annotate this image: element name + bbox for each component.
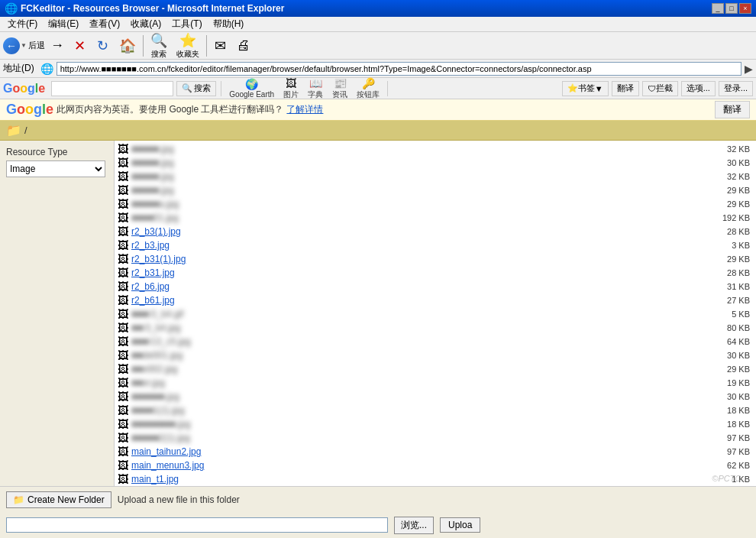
list-item[interactable]: 🖼■■■■01.jpg192 KB — [115, 211, 756, 225]
list-item[interactable]: 🖼r2_b3.jpg3 KB — [115, 238, 756, 252]
block-button[interactable]: 🛡 拦截 — [642, 81, 678, 96]
file-name[interactable]: r2_b6.jpg — [131, 281, 701, 292]
google-key-button[interactable]: 🔑 按钮库 — [354, 77, 383, 100]
google-search-input[interactable] — [51, 81, 173, 96]
file-size: 19 KB — [704, 378, 750, 387]
list-item[interactable]: 🖼r2_b31.jpg28 KB — [115, 266, 756, 280]
list-item[interactable]: 🖼■■■■■.jpg32 KB — [115, 142, 756, 156]
list-item[interactable]: 🖼■■e002.jpg29 KB — [115, 362, 756, 376]
file-name[interactable]: main_menun3.jpg — [131, 460, 701, 471]
search-icon: 🔍 — [150, 32, 167, 49]
options-button[interactable]: 选项... — [681, 81, 716, 96]
main-content: 📁 / Resource Type Image 🖼■■■■■.jpg32 KB🖼… — [0, 121, 756, 538]
list-item[interactable]: 🖼■■■■■.jpg32 KB — [115, 170, 756, 183]
list-item[interactable]: 🖼■■■■1(1).jpg18 KB — [115, 404, 756, 417]
menu-file[interactable]: 文件(F) — [3, 17, 42, 31]
file-name[interactable]: r2_b31.jpg — [131, 267, 701, 278]
file-name[interactable]: ■■r3_b4.jpg — [131, 322, 701, 333]
create-folder-button[interactable]: 📁 Create New Folder — [6, 491, 111, 508]
list-item[interactable]: 🖼■■■■■a.jpg29 KB — [115, 197, 756, 211]
mail-button[interactable]: ✉ — [210, 35, 231, 57]
file-name[interactable]: ■■■■■.jpg — [131, 144, 701, 154]
folder-new-icon: 📁 — [13, 494, 24, 505]
list-item[interactable]: 🖼main_t1.jpg1 KB — [115, 472, 756, 486]
menu-view[interactable]: 查看(V) — [85, 17, 124, 31]
list-item[interactable]: 🖼■■■■■.jpg29 KB — [115, 183, 756, 197]
forward-button[interactable]: → — [47, 35, 68, 56]
news-icon: 📰 — [334, 77, 347, 89]
resource-type-select[interactable]: Image — [6, 160, 105, 177]
file-name[interactable]: r2_b3.jpg — [131, 240, 701, 251]
file-name[interactable]: ■■■■■■■■.jpg — [131, 419, 701, 429]
list-item[interactable]: 🖼■■■■■■.jpg30 KB — [115, 390, 756, 404]
upload-file-input[interactable] — [6, 517, 388, 533]
file-name[interactable]: main_taihun2.jpg — [131, 446, 701, 457]
google-earth-button[interactable]: 🌍 Google Earth — [226, 78, 277, 99]
list-item[interactable]: 🖼■■■r13_c5.jpg64 KB — [115, 335, 756, 348]
google-pics-button[interactable]: 🖼 图片 — [280, 77, 302, 100]
refresh-button[interactable]: ↻ — [92, 35, 114, 57]
list-item[interactable]: 🖼■■■■■.jpg30 KB — [115, 156, 756, 170]
list-item[interactable]: 🖼■■de001.jpg30 KB — [115, 348, 756, 362]
file-name[interactable]: ■■■■■.jpg — [131, 157, 701, 168]
menu-help[interactable]: 帮助(H) — [208, 17, 249, 31]
google-news-button[interactable]: 📰 资讯 — [329, 77, 351, 100]
file-name[interactable]: ■■■r3_b4.gif — [131, 309, 701, 319]
file-size: 28 KB — [704, 268, 750, 277]
file-name[interactable]: ■■■■■.jpg — [131, 185, 701, 196]
list-item[interactable]: 🖼main_menun3.jpg62 KB — [115, 459, 756, 472]
favorites-button[interactable]: ⭐ 收藏夹 — [173, 30, 203, 62]
file-name[interactable]: ■■e002.jpg — [131, 364, 701, 374]
file-name[interactable]: ■■■■■a.jpg — [131, 199, 701, 209]
maximize-button[interactable]: □ — [725, 3, 738, 14]
menu-edit[interactable]: 编辑(E) — [44, 17, 83, 31]
translate-button[interactable]: 翻译 — [715, 101, 750, 118]
file-name[interactable]: ■■■■01.jpg — [131, 212, 701, 223]
google-dict-button[interactable]: 📖 字典 — [305, 77, 326, 100]
close-button[interactable]: × — [739, 3, 751, 14]
search-button[interactable]: 🔍 搜索 — [147, 30, 171, 62]
list-item[interactable]: 🖼main_taihun2.jpg97 KB — [115, 445, 756, 459]
upload-button[interactable]: Uploa — [440, 517, 480, 533]
file-name[interactable]: ■■■r13_c5.jpg — [131, 336, 701, 347]
list-item[interactable]: 🖼r2_b31(1).jpg29 KB — [115, 252, 756, 266]
login-button[interactable]: 登录... — [719, 81, 753, 96]
window-controls[interactable]: _ □ × — [712, 3, 751, 14]
file-name[interactable]: r2_b61.jpg — [131, 295, 701, 306]
file-name[interactable]: ■■■■■2(1).jpg — [131, 433, 701, 443]
minimize-button[interactable]: _ — [712, 3, 724, 14]
back-button[interactable]: ← — [3, 37, 20, 54]
stop-button[interactable]: ✕ — [69, 35, 91, 57]
go-button[interactable]: ▶ — [745, 63, 753, 75]
file-name[interactable]: ■■■■■.jpg — [131, 171, 701, 182]
list-item[interactable]: 🖼■■er.jpg19 KB — [115, 376, 756, 390]
home-button[interactable]: 🏠 — [115, 35, 140, 57]
list-item[interactable]: 🖼r2_b61.jpg27 KB — [115, 293, 756, 307]
file-name[interactable]: ■■de001.jpg — [131, 350, 701, 361]
back-button-group[interactable]: ← ▼ 后退 — [3, 37, 45, 54]
address-input[interactable] — [57, 62, 741, 76]
list-item[interactable]: 🖼r2_b6.jpg31 KB — [115, 280, 756, 293]
file-name[interactable]: ■■■■1(1).jpg — [131, 405, 701, 416]
browse-button[interactable]: 浏览... — [394, 517, 434, 534]
print-button[interactable]: 🖨 — [233, 35, 254, 56]
file-name[interactable]: ■■er.jpg — [131, 378, 701, 388]
translate-button[interactable]: 翻译 — [612, 81, 639, 96]
list-item[interactable]: 🖼■■■r3_b4.gif5 KB — [115, 307, 756, 321]
file-name[interactable]: ■■■■■■.jpg — [131, 391, 701, 402]
file-name[interactable]: main_t1.jpg — [131, 474, 701, 485]
bookmark-button[interactable]: ⭐ 书签▼ — [562, 81, 609, 96]
list-item[interactable]: 🖼r2_b3(1).jpg28 KB — [115, 225, 756, 238]
list-item[interactable]: 🖼■■■■■2(1).jpg97 KB — [115, 431, 756, 445]
list-item[interactable]: 🖼■■■■■■■■.jpg18 KB — [115, 417, 756, 431]
file-size: 3 KB — [704, 241, 750, 250]
list-item[interactable]: 🖼■■r3_b4.jpg80 KB — [115, 321, 756, 335]
google-logo: Google — [3, 82, 45, 96]
file-size: 32 KB — [704, 144, 750, 154]
file-name[interactable]: r2_b3(1).jpg — [131, 226, 701, 237]
back-dropdown[interactable]: ▼ — [21, 42, 27, 49]
file-name[interactable]: r2_b31(1).jpg — [131, 254, 701, 264]
translation-message: 此网页内容为英语。要使用 Google 工具栏进行翻译吗？ — [57, 103, 283, 116]
google-search-button[interactable]: 🔍 搜索 — [176, 81, 216, 96]
learn-more-link[interactable]: 了解详情 — [286, 103, 323, 116]
